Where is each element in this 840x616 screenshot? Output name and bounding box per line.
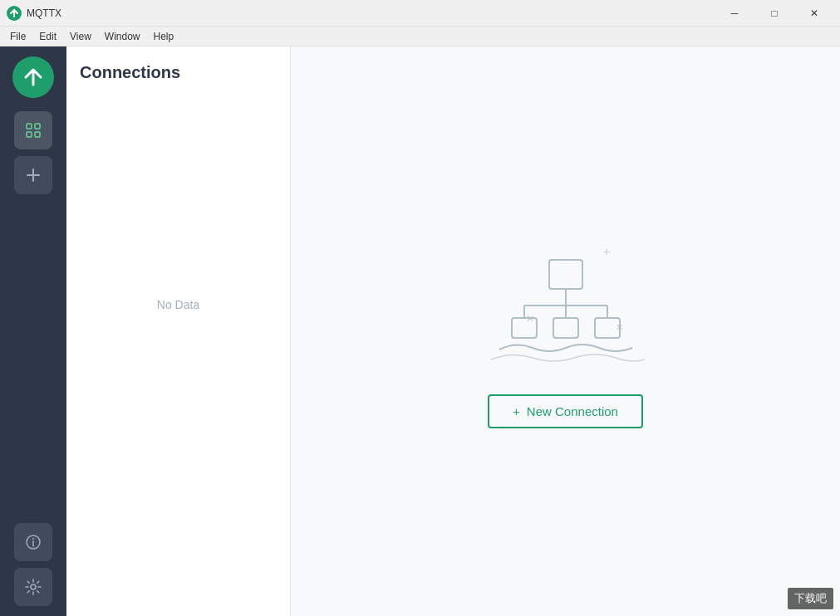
settings-btn[interactable]	[14, 568, 52, 606]
svg-point-9	[31, 584, 36, 589]
no-data-label: No Data	[80, 298, 277, 311]
connections-icon	[24, 121, 42, 139]
svg-rect-1	[35, 124, 40, 129]
window-controls: ─ □ ✕	[715, 0, 833, 27]
menu-edit[interactable]: Edit	[32, 27, 63, 46]
settings-icon	[24, 578, 42, 596]
plus-icon	[24, 166, 42, 184]
panel-title: Connections	[80, 63, 277, 82]
left-panel: Connections No Data	[66, 46, 291, 616]
sidebar-logo[interactable]	[12, 56, 54, 98]
menu-file[interactable]: File	[3, 27, 32, 46]
info-btn[interactable]	[14, 523, 52, 561]
empty-illustration: + ✕ ✕	[474, 235, 657, 368]
svg-rect-2	[27, 132, 32, 137]
new-connection-button[interactable]: + New Connection	[488, 394, 643, 428]
svg-text:+: +	[603, 245, 610, 258]
svg-rect-0	[27, 124, 32, 129]
maximize-button[interactable]: □	[755, 0, 793, 27]
watermark: 下载吧	[788, 588, 833, 609]
svg-rect-13	[549, 260, 582, 289]
network-illustration: + ✕ ✕	[474, 235, 657, 368]
menu-bar: File Edit View Window Help	[0, 27, 840, 46]
plus-prefix-icon: +	[513, 404, 520, 418]
app-title: MQTTX	[27, 7, 61, 19]
app-logo-svg	[9, 8, 19, 18]
menu-view[interactable]: View	[63, 27, 98, 46]
svg-rect-3	[35, 132, 40, 137]
menu-window[interactable]: Window	[98, 27, 147, 46]
app-container: Connections No Data + ✕ ✕	[0, 46, 840, 616]
logo-icon	[22, 66, 45, 89]
minimize-button[interactable]: ─	[715, 0, 754, 27]
title-bar: MQTTX ─ □ ✕	[0, 0, 840, 27]
add-connection-btn[interactable]	[14, 156, 52, 194]
info-icon	[24, 533, 42, 551]
sidebar	[0, 46, 66, 616]
app-icon	[7, 6, 22, 21]
connections-nav-btn[interactable]	[14, 111, 52, 149]
close-button[interactable]: ✕	[795, 0, 833, 27]
menu-help[interactable]: Help	[147, 27, 181, 46]
watermark-text: 下载吧	[794, 592, 827, 604]
svg-rect-19	[553, 318, 578, 338]
new-connection-label: New Connection	[527, 404, 618, 418]
svg-point-8	[32, 538, 34, 540]
empty-state: + ✕ ✕	[474, 235, 657, 428]
main-content: + ✕ ✕	[291, 46, 840, 616]
